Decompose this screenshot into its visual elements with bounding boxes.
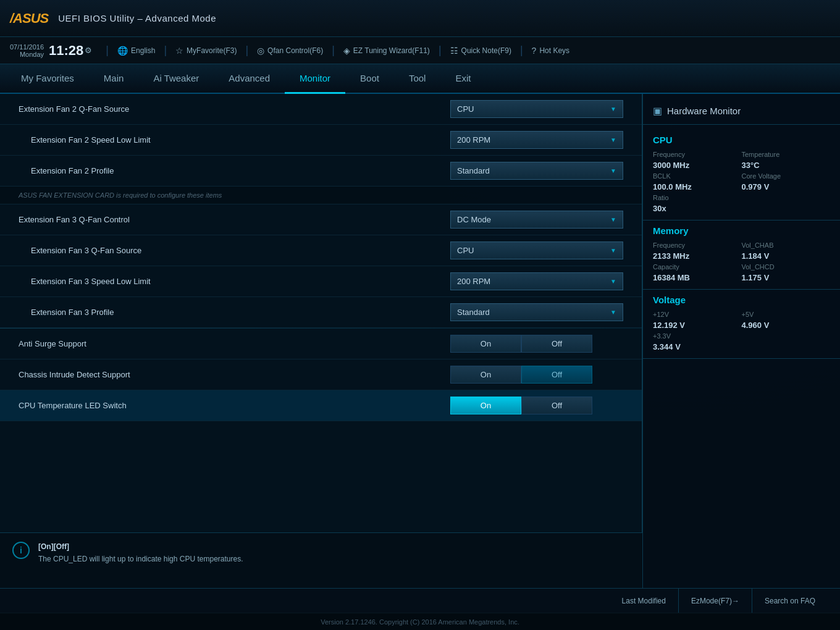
ext-fan3-control-dropdown[interactable]: DC Mode ▼	[450, 211, 623, 229]
cpu-freq-label: Frequency	[653, 150, 742, 159]
ext-fan2-profile-control: Standard ▼	[450, 162, 629, 180]
topbar-quicknote[interactable]: ☷ Quick Note(F9)	[443, 37, 519, 64]
chevron-down-icon: ▼	[610, 247, 616, 254]
cpu-ratio-value: 30x	[653, 203, 742, 214]
hw-cpu-grid: Frequency Temperature 3000 MHz 33°C BCLK…	[643, 148, 840, 220]
tab-boot[interactable]: Boot	[345, 64, 394, 94]
chassis-intrude-toggle: On Off	[450, 366, 592, 384]
sidebar: ▣ Hardware Monitor CPU Frequency Tempera…	[642, 94, 840, 588]
tab-aitweaker[interactable]: Ai Tweaker	[138, 64, 214, 94]
cpu-temp-led-off-btn[interactable]: Off	[521, 397, 592, 414]
anti-surge-label: Anti Surge Support	[12, 339, 450, 348]
setting-ext-fan3-source: Extension Fan 3 Q-Fan Source CPU ▼	[0, 235, 642, 266]
tab-favorites[interactable]: My Favorites	[6, 64, 89, 94]
ext-fan3-control-label: Extension Fan 3 Q-Fan Control	[12, 215, 450, 224]
favorite-icon: ☆	[175, 46, 183, 56]
topbar-sep2: |	[164, 44, 167, 57]
topbar-gear-icon[interactable]: ⚙	[85, 46, 92, 55]
chassis-intrude-label: Chassis Intrude Detect Support	[12, 370, 450, 379]
ext-fan3-profile-dropdown[interactable]: Standard ▼	[450, 303, 623, 321]
ext-fan2-speed-control: 200 RPM ▼	[450, 131, 629, 149]
topbar-eztuning[interactable]: ◈ EZ Tuning Wizard(F11)	[336, 37, 437, 64]
ext-fan3-speed-label: Extension Fan 3 Speed Low Limit	[12, 277, 450, 286]
topbar-myfavorite[interactable]: ☆ MyFavorite(F3)	[168, 37, 244, 64]
cpu-temp-value: 33°C	[742, 160, 831, 170]
topbar-sep3: |	[245, 44, 248, 57]
chassis-intrude-control: On Off	[450, 366, 629, 384]
info-icon: i	[12, 542, 30, 559]
ext-fan3-source-dropdown[interactable]: CPU ▼	[450, 242, 623, 259]
hw-voltage-grid: +12V +5V 12.192 V 4.960 V +3.3V 3.344 V	[643, 308, 840, 359]
chassis-intrude-on-btn[interactable]: On	[450, 366, 521, 384]
volt-12v-label: +12V	[653, 310, 742, 319]
ext-fan2-profile-dropdown[interactable]: Standard ▼	[450, 162, 623, 180]
ezmode-button[interactable]: EzMode(F7)→	[678, 589, 752, 613]
tab-exit[interactable]: Exit	[440, 64, 485, 94]
fan-icon: ◎	[257, 46, 264, 56]
cpu-temp-led-on-btn[interactable]: On	[450, 397, 521, 414]
hw-voltage-title: Voltage	[643, 290, 840, 308]
chevron-down-icon: ▼	[610, 216, 616, 223]
topbar-sep4: |	[332, 44, 335, 57]
ext-fan3-profile-value: Standard	[457, 308, 490, 317]
setting-ext-fan3-profile: Extension Fan 3 Profile Standard ▼	[0, 297, 642, 328]
tab-main[interactable]: Main	[89, 64, 139, 94]
sidebar-title: ▣ Hardware Monitor	[643, 100, 840, 125]
mem-volchcd-value: 1.175 V	[742, 272, 831, 283]
mem-volchab-label: Vol_CHAB	[742, 241, 831, 250]
mem-volchab-value: 1.184 V	[742, 251, 831, 261]
setting-ext-fan2-source: Extension Fan 2 Q-Fan Source CPU ▼	[0, 94, 642, 125]
setting-ext-fan3-speed: Extension Fan 3 Speed Low Limit 200 RPM …	[0, 266, 642, 297]
setting-anti-surge: Anti Surge Support On Off	[0, 329, 642, 359]
setting-ext-fan2-speed: Extension Fan 2 Speed Low Limit 200 RPM …	[0, 125, 642, 156]
help-icon: ?	[532, 46, 537, 56]
section-note: ASUS FAN EXTENSION CARD is required to c…	[0, 187, 642, 204]
setting-cpu-temp-led: CPU Temperature LED Switch On Off	[0, 390, 642, 421]
ext-fan2-source-dropdown[interactable]: CPU ▼	[450, 100, 623, 118]
app-title: UEFI BIOS Utility – Advanced Mode	[58, 13, 216, 23]
last-modified-button[interactable]: Last Modified	[610, 589, 678, 613]
topbar-language[interactable]: 🌐 English	[110, 37, 162, 64]
volt-33v-value: 3.344 V	[653, 342, 742, 352]
hw-cpu-title: CPU	[643, 130, 840, 148]
volt-5v-value: 4.960 V	[742, 320, 831, 330]
anti-surge-on-btn[interactable]: On	[450, 335, 521, 353]
setting-ext-fan3-control: Extension Fan 3 Q-Fan Control DC Mode ▼	[0, 204, 642, 235]
anti-surge-control: On Off	[450, 335, 629, 353]
tab-tool[interactable]: Tool	[394, 64, 441, 94]
monitor-icon: ▣	[653, 105, 662, 117]
ext-fan2-source-value: CPU	[457, 104, 474, 114]
ext-fan3-source-control: CPU ▼	[450, 242, 629, 259]
header: /ASUS UEFI BIOS Utility – Advanced Mode	[0, 0, 840, 37]
cpu-ratio-empty	[742, 193, 831, 202]
ext-fan3-speed-dropdown[interactable]: 200 RPM ▼	[450, 272, 623, 290]
cpu-temp-label: Temperature	[742, 150, 831, 159]
anti-surge-off-btn[interactable]: Off	[521, 335, 592, 353]
topbar-sep6: |	[520, 44, 523, 57]
ext-fan3-control-control: DC Mode ▼	[450, 211, 629, 229]
chassis-intrude-off-btn[interactable]: Off	[521, 366, 592, 384]
ext-fan2-speed-dropdown[interactable]: 200 RPM ▼	[450, 131, 623, 149]
chevron-down-icon: ▼	[610, 278, 616, 285]
topbar-time: 11:28	[49, 43, 83, 59]
ext-fan3-speed-value: 200 RPM	[457, 277, 490, 286]
search-faq-button[interactable]: Search on FAQ	[752, 589, 828, 613]
topbar-hotkeys[interactable]: ? Hot Keys	[524, 37, 577, 64]
tuning-icon: ◈	[343, 46, 350, 56]
cpu-bclk-value: 100.0 MHz	[653, 182, 742, 192]
sidebar-title-text: Hardware Monitor	[667, 106, 741, 116]
ext-fan2-profile-label: Extension Fan 2 Profile	[12, 166, 450, 175]
topbar-qfan[interactable]: ◎ Qfan Control(F6)	[250, 37, 330, 64]
mem-freq-value: 2133 MHz	[653, 251, 742, 261]
chevron-down-icon: ▼	[610, 106, 616, 112]
cpu-ratio-empty2	[742, 203, 831, 214]
mem-cap-label: Capacity	[653, 262, 742, 271]
cpu-ratio-label: Ratio	[653, 193, 742, 202]
nav-tabs: My Favorites Main Ai Tweaker Advanced Mo…	[0, 64, 840, 94]
topbar-separator: |	[106, 44, 109, 57]
asus-logo: /ASUS	[10, 10, 48, 27]
cpu-bclk-label: BCLK	[653, 172, 742, 180]
info-title: [On][Off]	[38, 540, 243, 553]
tab-monitor[interactable]: Monitor	[285, 64, 345, 94]
tab-advanced[interactable]: Advanced	[214, 64, 285, 94]
